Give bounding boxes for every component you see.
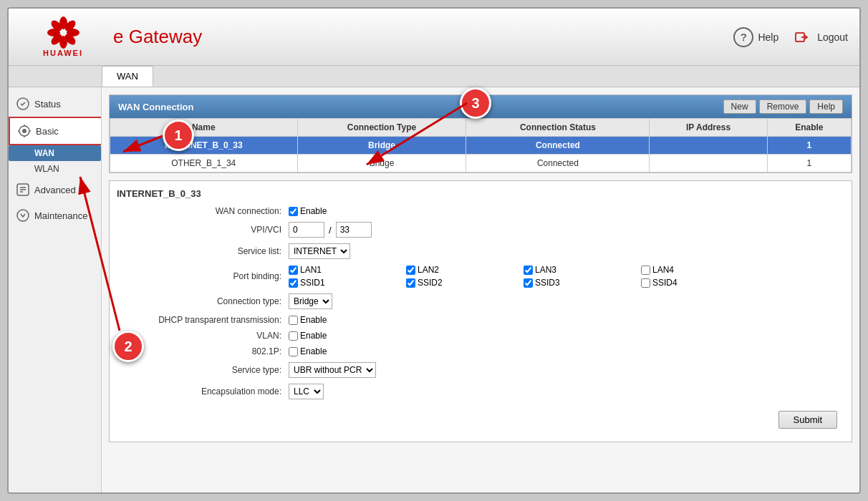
form-row-service-list: Service list: INTERNET [117, 243, 844, 259]
vlan-checkbox-label[interactable]: Enable [289, 331, 327, 341]
dot1p-checkbox-label[interactable]: Enable [289, 346, 327, 356]
service-type-value: UBR without PCR [289, 362, 376, 378]
lan4-label[interactable]: LAN4 [641, 265, 756, 275]
wan-connection-enable-text: Enable [300, 206, 327, 216]
row2-enable: 1 [767, 155, 851, 172]
help-icon: ? [733, 27, 753, 47]
lan2-checkbox[interactable] [406, 266, 415, 275]
encap-value: LLC [289, 384, 324, 399]
lan1-label[interactable]: LAN1 [289, 265, 403, 275]
dot1p-enable-text: Enable [300, 346, 327, 356]
vci-input[interactable] [336, 222, 372, 238]
maintenance-icon [16, 208, 30, 223]
wan-connection-label: WAN connection: [117, 206, 289, 216]
table-row[interactable]: INTERNET_B_0_33 Bridge Connected 1 [110, 137, 852, 155]
wan-header-buttons: New Remove Help [723, 99, 843, 114]
ssid1-checkbox[interactable] [289, 278, 298, 288]
ssid2-label[interactable]: SSID2 [406, 278, 521, 288]
ssid4-text: SSID4 [652, 278, 677, 288]
main-content: Status Basic WAN WLAN Advanced Maintenan… [9, 87, 859, 492]
wan-connection-checkbox[interactable] [289, 207, 298, 216]
sidebar-item-status[interactable]: Status [9, 91, 101, 117]
vlan-checkbox[interactable] [289, 331, 298, 341]
detail-section: INTERNET_B_0_33 WAN connection: Enable [109, 180, 852, 442]
col-connection-type: Connection Type [297, 119, 466, 137]
ssid3-text: SSID3 [535, 278, 560, 288]
wan-connection-header: WAN Connection New Remove Help [110, 95, 852, 118]
logout-icon [793, 27, 813, 47]
form-row-service-type: Service type: UBR without PCR [117, 362, 844, 378]
detail-title: INTERNET_B_0_33 [117, 188, 844, 199]
row2-ip [650, 155, 767, 172]
dhcp-checkbox-label[interactable]: Enable [289, 315, 327, 325]
sidebar-sub-wlan[interactable]: WLAN [9, 161, 101, 177]
vpi-input[interactable] [289, 222, 324, 238]
sidebar-item-advanced[interactable]: Advanced [9, 177, 101, 203]
table-row[interactable]: OTHER_B_1_34 Bridge Connected 1 [110, 155, 852, 172]
help-button[interactable]: ? Help [733, 27, 778, 47]
wan-connection-section: WAN Connection New Remove Help Name [109, 94, 852, 173]
help-label: Help [758, 31, 778, 43]
wan-connection-value: Enable [289, 206, 327, 216]
sidebar-item-maintenance[interactable]: Maintenance [9, 203, 101, 228]
lan3-label[interactable]: LAN3 [524, 265, 638, 275]
form-row-encap: Encapsulation mode: LLC [117, 384, 844, 399]
lan3-checkbox[interactable] [524, 266, 533, 275]
service-type-label: Service type: [117, 365, 289, 375]
connection-type-select[interactable]: Bridge [289, 293, 332, 309]
vpi-vci-label: VPI/VCI [117, 225, 289, 235]
row2-name: OTHER_B_1_34 [110, 155, 298, 172]
lan1-text: LAN1 [300, 265, 322, 275]
new-button[interactable]: New [723, 99, 756, 114]
port-binding-group: LAN1 LAN2 LAN3 LAN4 SSID1 SSID2 SSID3 SS… [289, 265, 756, 288]
huawei-logo-icon [44, 16, 83, 49]
ssid3-label[interactable]: SSID3 [524, 278, 638, 288]
lan4-text: LAN4 [652, 265, 674, 275]
logo-text: HUAWEI [43, 49, 83, 57]
lan2-label[interactable]: LAN2 [406, 265, 521, 275]
dot1p-value: Enable [289, 346, 327, 356]
sidebar-advanced-label: Advanced [34, 185, 76, 195]
wan-table: Name Connection Type Connection Status I… [110, 118, 852, 172]
logout-button[interactable]: Logout [793, 27, 848, 47]
encap-select[interactable]: LLC [289, 384, 324, 399]
dhcp-label: DHCP transparent transmission: [117, 315, 289, 325]
sidebar-status-label: Status [34, 99, 61, 110]
sidebar-item-basic[interactable]: Basic [9, 117, 101, 145]
ssid4-checkbox[interactable] [641, 278, 650, 288]
wan-help-button[interactable]: Help [809, 99, 843, 114]
lan1-checkbox[interactable] [289, 266, 298, 275]
wan-connection-checkbox-label[interactable]: Enable [289, 206, 327, 216]
ssid2-checkbox[interactable] [406, 278, 415, 288]
form-row-vpi-vci: VPI/VCI / [117, 222, 844, 238]
form-row-port-binding: Port binding: LAN1 LAN2 LAN3 LAN4 SSID1 … [117, 265, 844, 288]
tab-wan[interactable]: WAN [102, 66, 153, 87]
ssid1-text: SSID1 [300, 278, 325, 288]
ssid4-label[interactable]: SSID4 [641, 278, 756, 288]
wan-connection-title: WAN Connection [118, 102, 193, 112]
col-connection-status: Connection Status [466, 119, 650, 137]
service-list-select[interactable]: INTERNET [289, 243, 350, 259]
ssid3-checkbox[interactable] [524, 278, 533, 288]
row1-status: Connected [466, 137, 650, 155]
row2-type: Bridge [297, 155, 466, 172]
service-type-select[interactable]: UBR without PCR [289, 362, 376, 378]
content-area: WAN Connection New Remove Help Name [102, 87, 859, 492]
row1-enable: 1 [767, 137, 851, 155]
sidebar-sub-wan[interactable]: WAN [9, 145, 101, 161]
dot1p-label: 802.1P: [117, 346, 289, 356]
port-binding-value: LAN1 LAN2 LAN3 LAN4 SSID1 SSID2 SSID3 SS… [289, 265, 756, 288]
basic-icon [17, 124, 32, 138]
row1-type: Bridge [297, 137, 466, 155]
nav-tabs: WAN [9, 66, 859, 87]
ssid1-label[interactable]: SSID1 [289, 278, 403, 288]
dhcp-checkbox[interactable] [289, 316, 298, 325]
submit-button[interactable]: Submit [778, 411, 837, 429]
remove-button[interactable]: Remove [759, 99, 807, 114]
form-row-vlan: VLAN: Enable [117, 331, 844, 341]
lan4-checkbox[interactable] [641, 266, 650, 275]
form-row-dot1p: 802.1P: Enable [117, 346, 844, 356]
dhcp-enable-text: Enable [300, 315, 327, 325]
dot1p-checkbox[interactable] [289, 347, 298, 356]
vlan-label: VLAN: [117, 331, 289, 341]
